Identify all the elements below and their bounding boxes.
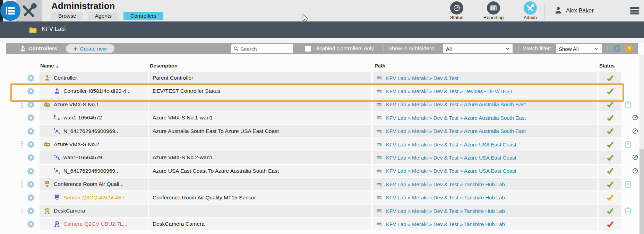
table-row[interactable]: Azure VMX-S No.1 KFV Lab » Meraki » Dev …: [0, 98, 644, 111]
path-link[interactable]: KFV Lab » Meraki » Dev & Test » Azure Au…: [386, 115, 526, 121]
create-new-button[interactable]: Create new: [66, 44, 114, 53]
path-link[interactable]: KFV Lab » Meraki » Dev & Test » Devices …: [386, 88, 513, 94]
drag-handle-icon[interactable]: [20, 207, 24, 215]
row-settings-gear-icon[interactable]: [27, 220, 35, 228]
row-settings-gear-icon[interactable]: [27, 207, 35, 215]
nav-reporting-label: Reporting: [480, 15, 507, 20]
controller-name-cell[interactable]: wan1-16564579: [40, 151, 148, 164]
favorite-star-icon[interactable]: [61, 24, 68, 33]
nav-status[interactable]: Status: [444, 1, 470, 20]
hamburger-menu-icon[interactable]: [629, 6, 640, 16]
controller-name-cell[interactable]: DeskCamera: [40, 205, 148, 217]
controller-name-cell[interactable]: N_641762946900969...: [40, 165, 148, 177]
controller-name-cell[interactable]: wan1-16564572: [40, 111, 148, 124]
column-header-status[interactable]: Status: [599, 63, 615, 69]
path-link[interactable]: KFV Lab » Meraki » Dev & Test » Tanshire…: [386, 208, 505, 214]
controller-description-cell: Azure Australia South East To Azure USA …: [149, 125, 371, 137]
clipboard-icon[interactable]: [624, 180, 632, 188]
user-menu[interactable]: Alex Baker: [554, 6, 594, 15]
controller-path-cell: KFV Lab » Meraki » Dev & Test » Azure US…: [373, 151, 597, 164]
controller-path-cell: KFV Lab » Meraki » Dev & Test » Azure US…: [373, 165, 597, 177]
table-row[interactable]: wan1-16564572 Azure VMX-S No.1-wan1 KFV …: [0, 111, 644, 124]
controller-name-cell[interactable]: Sensor-Q3CQ-4W24-4E7...: [40, 191, 148, 204]
path-link[interactable]: KFV Lab » Meraki » Dev & Test » Azure US…: [386, 168, 516, 174]
help-icon[interactable]: ?: [626, 45, 633, 52]
chevron-down-icon: [594, 47, 599, 51]
row-settings-gear-icon[interactable]: [27, 87, 35, 95]
path-link[interactable]: KFV Lab » Meraki » Dev & Test » Tanshire…: [386, 221, 505, 227]
path-link[interactable]: KFV Lab » Meraki » Dev & Test » Azure Au…: [386, 101, 526, 107]
row-settings-gear-icon[interactable]: [27, 74, 35, 82]
controller-status-cell: [599, 191, 621, 204]
controller-path-cell: KFV Lab » Meraki » Dev & Test » Tanshire…: [373, 205, 597, 217]
drag-handle-icon[interactable]: [20, 180, 24, 188]
disabled-only-checkbox[interactable]: [305, 46, 311, 52]
row-settings-gear-icon[interactable]: [27, 180, 35, 188]
path-link[interactable]: KFV Lab » Meraki » Dev & Test » Tanshire…: [386, 181, 505, 187]
controller-description-cell: DEV/TEST Controller Status: [149, 85, 371, 97]
row-settings-gear-icon[interactable]: [27, 154, 35, 161]
row-settings-gear-icon[interactable]: [27, 114, 35, 122]
nav-status-label: Status: [444, 15, 470, 20]
table-row[interactable]: N_641762946900969... Azure Australia Sou…: [0, 125, 644, 137]
row-settings-gear-icon[interactable]: [27, 194, 35, 201]
controller-path-cell: KFV Lab » Meraki » Dev & Test » Tanshire…: [373, 218, 597, 230]
table-row[interactable]: Controller Parent Controller KFV Lab » M…: [0, 72, 644, 84]
app-logo[interactable]: [0, 1, 20, 21]
column-header-name[interactable]: Name: [40, 63, 59, 69]
nav-admin[interactable]: Admin: [517, 1, 543, 20]
search-input[interactable]: [231, 44, 293, 53]
table-row[interactable]: Azure VMX-S No.2 KFV Lab » Meraki » Dev …: [0, 138, 644, 151]
watch-filter-select[interactable]: Show All: [556, 44, 602, 53]
clipboard-icon[interactable]: [624, 207, 632, 215]
controller-name-cell[interactable]: Azure VMX-S No.1: [40, 98, 148, 111]
controller-name-cell[interactable]: Conference Room Air Quali...: [40, 178, 148, 190]
column-header-description[interactable]: Description: [150, 63, 178, 69]
path-link[interactable]: KFV Lab » Meraki » Dev & Test » Azure US…: [386, 155, 516, 161]
row-settings-gear-icon[interactable]: [27, 127, 35, 135]
subfolders-label: Show in subfolders:: [388, 45, 435, 52]
drag-handle-icon[interactable]: [20, 141, 24, 148]
table-row[interactable]: Conference Room Air Quali... KFV Lab » M…: [0, 178, 644, 190]
report-table-icon: [490, 4, 497, 12]
path-link[interactable]: KFV Lab » Meraki » Dev & Test: [386, 75, 458, 81]
table-row[interactable]: Sensor-Q3CQ-4W24-4E7... Conference Room …: [0, 191, 644, 204]
menu-bars-icon: [629, 6, 640, 16]
subfolders-select[interactable]: All: [443, 44, 513, 53]
clipboard-icon[interactable]: [624, 141, 632, 148]
controller-path-cell: KFV Lab » Meraki » Dev & Test » Devices …: [373, 85, 597, 97]
column-header-path[interactable]: Path: [375, 63, 385, 69]
refresh-icon[interactable]: [613, 45, 621, 52]
controller-description: Azure VMX-S No.2-wan1: [153, 154, 213, 161]
toolbar-section-label: Controllers: [28, 45, 57, 52]
table-row[interactable]: DeskCamera KFV Lab » Meraki » Dev & Test…: [0, 205, 644, 217]
path-icon: [377, 141, 383, 147]
controller-name-cell[interactable]: Controller: [40, 72, 148, 84]
controller-name-cell[interactable]: Azure VMX-S No.2: [40, 138, 148, 151]
scrollbar-thumb[interactable]: [639, 149, 644, 234]
table-row[interactable]: N_641762946900969... Azure USA East Coas…: [0, 165, 644, 177]
row-settings-gear-icon[interactable]: [27, 141, 35, 148]
row-settings-gear-icon[interactable]: [27, 167, 35, 175]
tab-agents[interactable]: Agents: [88, 12, 119, 20]
status-check-icon: [607, 101, 614, 108]
clipboard-icon[interactable]: [624, 101, 632, 108]
drag-handle-icon[interactable]: [20, 101, 24, 109]
path-link[interactable]: KFV Lab » Meraki » Dev & Test » Azure Au…: [386, 128, 526, 134]
table-row[interactable]: wan1-16564579 Azure VMX-S No.2-wan1 KFV …: [0, 151, 644, 164]
table-row[interactable]: Controller-f8581f4c-df29-4... DEV/TEST C…: [0, 85, 644, 97]
controller-description-cell: Parent Controller: [149, 72, 371, 84]
path-link[interactable]: KFV Lab » Meraki » Dev & Test » Azure US…: [386, 142, 516, 147]
row-settings-gear-icon[interactable]: [27, 101, 35, 108]
nav-reporting[interactable]: Reporting: [480, 1, 507, 20]
controller-description-cell: Azure VMX-S No.1-wan1: [149, 111, 371, 124]
controller-name-cell[interactable]: Camera-Q2GV-UBU2-7L...: [40, 218, 148, 230]
create-new-label: Create new: [80, 46, 107, 52]
table-row[interactable]: Camera-Q2GV-UBU2-7L... DeskCamera Camera…: [0, 218, 644, 230]
status-check-icon: [607, 154, 614, 161]
controller-name-cell[interactable]: N_641762946900969...: [40, 125, 148, 137]
tab-controllers[interactable]: Controllers: [123, 12, 163, 20]
tab-browse[interactable]: Browse: [51, 12, 83, 20]
path-link[interactable]: KFV Lab » Meraki » Dev & Test » Tanshire…: [386, 195, 505, 200]
controller-name-cell[interactable]: Controller-f8581f4c-df29-4...: [40, 85, 148, 97]
